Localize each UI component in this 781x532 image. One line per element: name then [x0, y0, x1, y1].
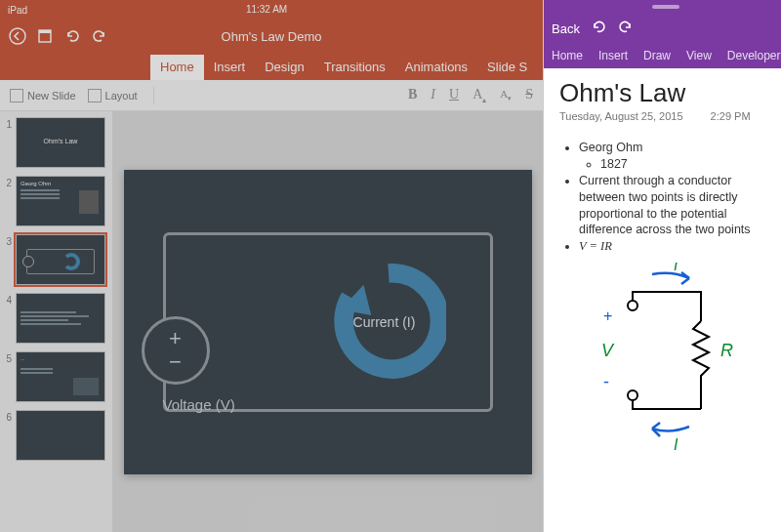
new-slide-button[interactable]: New Slide: [10, 89, 76, 102]
pp-titlebar: Ohm's Law Demo: [0, 20, 543, 53]
slide-thumb-5[interactable]: ···: [16, 351, 105, 402]
label-plus: +: [603, 307, 612, 324]
ios-status-bar: iPad 11:32 AM: [0, 0, 543, 20]
onenote-page[interactable]: Ohm's Law Tuesday, August 25, 2015 2:29 …: [544, 68, 781, 532]
label-I-bot: I: [674, 436, 678, 453]
thumb-num: 5: [4, 351, 12, 402]
voltage-label: Voltage (V): [163, 396, 235, 413]
page-date: Tuesday, August 25, 2015: [559, 110, 683, 122]
clock: 11:32 AM: [27, 5, 506, 15]
redo-icon[interactable]: [86, 22, 113, 50]
slide-thumb-6[interactable]: [16, 410, 105, 461]
thumb-num: 3: [4, 234, 12, 285]
tab-design[interactable]: Design: [255, 55, 313, 80]
redo-icon[interactable]: [617, 19, 635, 39]
page-title[interactable]: Ohm's Law: [559, 78, 775, 108]
list-item: V = IR: [579, 238, 775, 255]
voltage-source: + −: [142, 316, 210, 385]
new-slide-icon: [10, 89, 23, 102]
file-icon[interactable]: [31, 22, 59, 50]
thumb-num: 1: [4, 117, 12, 168]
notes-block[interactable]: Georg Ohm 1827 Current through a conduct…: [559, 140, 775, 255]
onenote-toolbar: Back: [544, 14, 781, 43]
list-item: 1827: [600, 156, 775, 173]
drag-handle[interactable]: [544, 0, 781, 14]
ink-sketch: I I + - V R: [559, 263, 775, 458]
page-timestamp: Tuesday, August 25, 2015 2:29 PM: [559, 110, 775, 122]
slide-thumb-2[interactable]: Georg Ohm: [16, 176, 105, 226]
back-icon[interactable]: [4, 22, 31, 50]
back-button[interactable]: Back: [552, 21, 580, 36]
svg-point-4: [628, 390, 637, 400]
tab-animations[interactable]: Animations: [395, 55, 477, 80]
slide-thumb-3[interactable]: [16, 234, 105, 285]
tab-transitions[interactable]: Transitions: [314, 55, 395, 80]
bold-button[interactable]: B: [408, 87, 417, 102]
tab-slideshow[interactable]: Slide S: [477, 55, 537, 80]
label-I-top: I: [674, 263, 678, 273]
undo-icon[interactable]: [590, 19, 607, 39]
tab-home[interactable]: Home: [150, 55, 204, 80]
slide-thumb-4[interactable]: [16, 293, 105, 344]
device-label: iPad: [8, 5, 27, 16]
plus-icon: +: [169, 328, 182, 349]
font-shrink-button[interactable]: A▾: [500, 88, 512, 102]
slide-thumb-1[interactable]: Ohm's Law: [16, 117, 105, 168]
slide-thumbnails: 1 Ohm's Law 2 Georg Ohm 3 4 5 ··· 6: [0, 111, 112, 532]
on-tab-draw[interactable]: Draw: [641, 46, 673, 65]
thumb-num: 2: [4, 176, 12, 226]
layout-label: Layout: [105, 90, 138, 102]
onenote-tabs: Home Insert Draw View Developer: [544, 43, 781, 68]
on-tab-view[interactable]: View: [684, 46, 714, 65]
layout-button[interactable]: Layout: [88, 89, 138, 102]
on-tab-home[interactable]: Home: [550, 46, 585, 65]
label-V: V: [601, 341, 615, 360]
pp-ribbon: New Slide Layout B I U A▴ A▾ S: [0, 80, 543, 111]
list-item: Georg Ohm 1827: [579, 140, 775, 173]
svg-rect-2: [39, 30, 51, 33]
list-item: Current through a conductor between two …: [579, 173, 775, 239]
slide-canvas[interactable]: + − Voltage (V) Current (I): [124, 170, 532, 474]
on-tab-developer[interactable]: Developer: [725, 46, 781, 65]
current-label: Current (I): [341, 314, 429, 330]
ribbon-separator: [153, 87, 154, 104]
label-minus: -: [603, 372, 609, 391]
layout-icon: [88, 89, 102, 102]
pp-ribbon-tabs: Home Insert Design Transitions Animation…: [0, 53, 543, 80]
page-time: 2:29 PM: [711, 110, 751, 122]
svg-point-3: [628, 301, 637, 310]
onenote-panel: Back Home Insert Draw View Developer Ohm…: [543, 0, 781, 532]
on-tab-insert[interactable]: Insert: [596, 46, 630, 65]
tab-insert[interactable]: Insert: [204, 55, 256, 80]
label-R: R: [720, 341, 733, 360]
thumb-num: 4: [4, 293, 12, 344]
slide-canvas-wrap: + − Voltage (V) Current (I): [112, 111, 543, 532]
thumb-num: 6: [4, 410, 12, 461]
powerpoint-app: iPad 11:32 AM Ohm's Law Demo Home Insert…: [0, 0, 543, 532]
pp-body: 1 Ohm's Law 2 Georg Ohm 3 4 5 ··· 6 +: [0, 111, 543, 532]
formula: V = IR: [579, 239, 612, 253]
svg-point-0: [10, 28, 25, 44]
font-grow-button[interactable]: A▴: [473, 87, 486, 104]
strike-button[interactable]: S: [525, 87, 533, 102]
minus-icon: −: [169, 351, 182, 373]
new-slide-label: New Slide: [27, 90, 76, 102]
underline-button[interactable]: U: [449, 87, 459, 102]
undo-icon[interactable]: [59, 22, 86, 50]
italic-button[interactable]: I: [431, 87, 435, 102]
